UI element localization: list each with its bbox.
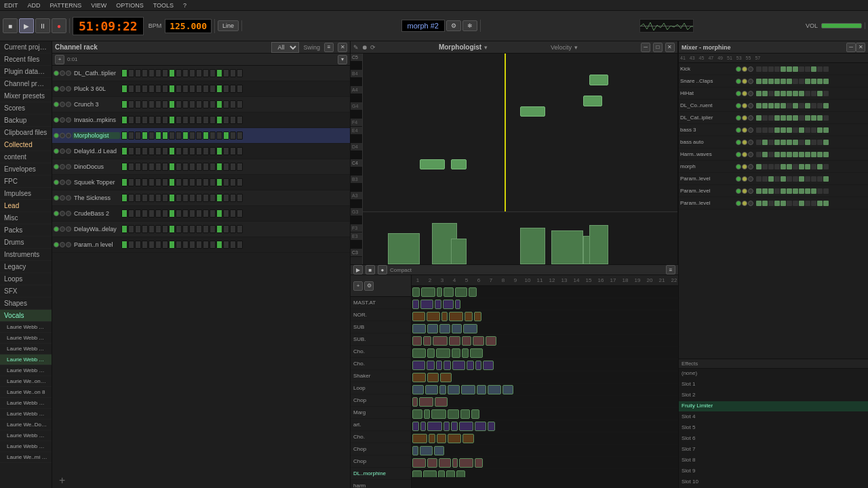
pad-6-17[interactable]	[237, 163, 243, 171]
seq-block-2-1[interactable]	[427, 312, 440, 321]
seq-block-1-1[interactable]	[420, 300, 433, 309]
pdot-9-8[interactable]	[805, 176, 810, 182]
sidebar-vocal-on-8[interactable]: Laurie We..on 8	[0, 387, 52, 398]
pad-0-2[interactable]	[135, 69, 141, 77]
seq-block-8-6[interactable]	[488, 385, 501, 394]
pad-10-1[interactable]	[128, 225, 134, 233]
right-dot-10-0[interactable]	[736, 188, 741, 194]
pad-2-3[interactable]	[142, 100, 148, 108]
ch-dot-1-1[interactable]	[60, 86, 65, 92]
pdot-1-11[interactable]	[823, 79, 829, 84]
ch-dot-8-1[interactable]	[60, 195, 65, 201]
ch-dot-2-2[interactable]	[66, 102, 71, 107]
seq-block-8-1[interactable]	[425, 385, 438, 394]
seq-block-14-5[interactable]	[475, 458, 483, 468]
seq-block-2-3[interactable]	[449, 312, 463, 321]
right-dot-5-0[interactable]	[736, 127, 741, 133]
pad-1-11[interactable]	[196, 85, 202, 93]
pdot-10-1[interactable]	[762, 188, 768, 194]
pad-10-9[interactable]	[182, 225, 189, 233]
pdot-10-5[interactable]	[787, 188, 792, 194]
pdot-3-2[interactable]	[768, 103, 774, 108]
right-dot-5-2[interactable]	[748, 127, 753, 133]
pdot-4-2[interactable]	[768, 115, 774, 121]
pad-3-11[interactable]	[196, 116, 202, 124]
seq-block-14-0[interactable]	[412, 458, 426, 468]
pad-1-7[interactable]	[169, 85, 175, 93]
sidebar-item-loops[interactable]: Loops	[0, 273, 52, 285]
ch-dot-2-1[interactable]	[60, 102, 65, 107]
ch-dot-8-0[interactable]	[54, 195, 59, 201]
ch-dot-4-0[interactable]	[54, 133, 59, 138]
key-c5[interactable]: C5	[351, 54, 362, 62]
seq-block-0-3[interactable]	[443, 287, 454, 297]
pad-2-6[interactable]	[162, 100, 168, 108]
pad-11-8[interactable]	[176, 241, 182, 249]
pdot-8-10[interactable]	[817, 164, 823, 169]
menu-help[interactable]: ?	[182, 2, 188, 9]
seq-track-name-15[interactable]: harm	[351, 480, 411, 488]
channel-row-0[interactable]: DL_Cath..tiplier	[52, 66, 350, 81]
pdot-7-9[interactable]	[811, 152, 816, 157]
pad-9-13[interactable]	[210, 209, 216, 218]
pad-7-10[interactable]	[189, 178, 195, 186]
right-dot-4-2[interactable]	[748, 115, 753, 121]
pdot-0-2[interactable]	[768, 66, 774, 72]
pad-2-15[interactable]	[223, 100, 229, 108]
channel-name-11[interactable]: Param..n level	[73, 241, 120, 248]
pdot-5-7[interactable]	[799, 127, 804, 133]
ch-dot-7-1[interactable]	[60, 180, 65, 185]
pad-5-11[interactable]	[196, 147, 202, 155]
sidebar-item-scores[interactable]: Scores	[0, 102, 52, 115]
sidebar-vocal-ahh-c[interactable]: Laurie Webb Ahh C	[0, 344, 52, 354]
pad-2-16[interactable]	[230, 100, 236, 108]
pad-4-1[interactable]	[128, 131, 134, 140]
channel-name-6[interactable]: DinoDocus	[73, 163, 120, 170]
seq-track-name-11[interactable]: Cho.	[351, 431, 411, 443]
pad-8-8[interactable]	[176, 194, 182, 202]
pdot-9-1[interactable]	[762, 176, 768, 182]
right-dot-6-2[interactable]	[748, 140, 753, 145]
pad-6-2[interactable]	[135, 163, 141, 171]
pdot-9-6[interactable]	[793, 176, 798, 182]
seq-block-8-3[interactable]	[448, 385, 460, 394]
channel-name-0[interactable]: DL_Cath..tiplier	[73, 70, 120, 77]
pad-4-9[interactable]	[182, 131, 189, 140]
pad-5-2[interactable]	[135, 147, 141, 155]
bpm-display[interactable]: 125.000	[165, 19, 212, 33]
seq-block-10-1[interactable]	[424, 409, 430, 419]
pad-9-10[interactable]	[189, 209, 195, 218]
pad-10-17[interactable]	[237, 225, 243, 233]
seq-track-name-1[interactable]: NOR.	[351, 309, 411, 321]
pad-7-17[interactable]	[237, 178, 243, 186]
channel-name-1[interactable]: Pluck 3 60L	[73, 85, 120, 92]
pad-10-4[interactable]	[149, 225, 155, 233]
seq-block-10-3[interactable]	[448, 409, 459, 419]
pdot-5-1[interactable]	[762, 127, 768, 133]
pad-8-17[interactable]	[237, 194, 243, 202]
pad-2-1[interactable]	[128, 100, 134, 108]
seq-block-11-1[interactable]	[420, 422, 426, 431]
sidebar-item-misc[interactable]: Misc	[0, 212, 52, 224]
seq-block-4-6[interactable]	[486, 336, 496, 346]
sidebar-item-clipboard[interactable]: Clipboard files	[0, 127, 52, 139]
right-dot-7-0[interactable]	[736, 152, 741, 157]
pad-1-17[interactable]	[237, 85, 243, 93]
pad-0-13[interactable]	[210, 69, 216, 77]
pdot-6-9[interactable]	[811, 140, 816, 145]
vel-bar-5[interactable]	[551, 230, 583, 264]
menu-tools[interactable]: TOOLS	[152, 2, 175, 9]
pdot-8-9[interactable]	[811, 164, 816, 169]
seq-block-7-1[interactable]	[427, 373, 439, 382]
pdot-5-10[interactable]	[817, 127, 823, 133]
pdot-6-10[interactable]	[817, 140, 823, 145]
pad-3-5[interactable]	[155, 116, 161, 124]
right-dot-8-2[interactable]	[748, 164, 753, 169]
pad-7-14[interactable]	[216, 178, 222, 186]
pad-9-17[interactable]	[237, 209, 243, 218]
pdot-3-1[interactable]	[762, 103, 768, 108]
mixer-slot-2[interactable]: Slot 2	[679, 390, 868, 401]
pdot-3-11[interactable]	[823, 103, 829, 108]
seq-block-3-0[interactable]	[412, 324, 426, 333]
pad-8-4[interactable]	[149, 194, 155, 202]
